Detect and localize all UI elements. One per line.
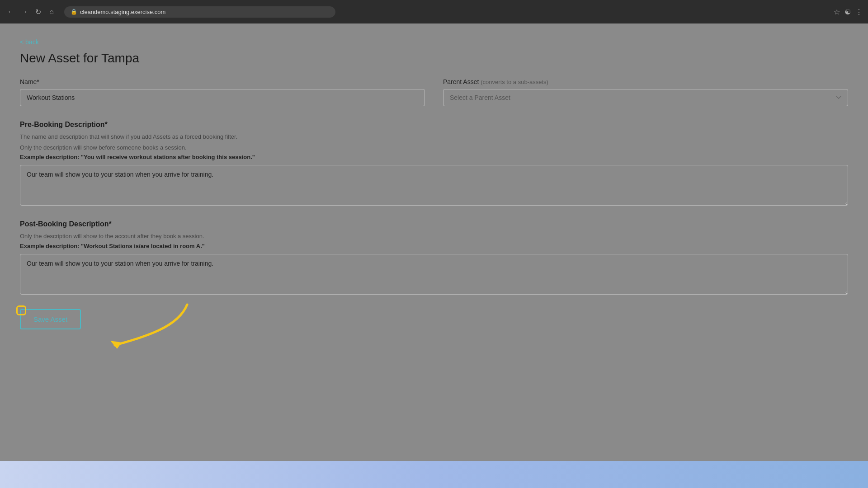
page-content: < back New Asset for Tampa Name* Parent … xyxy=(0,23,868,461)
browser-chrome: ← → ↻ ⌂ 🔒 cleandemo.staging.exercise.com… xyxy=(0,0,868,23)
pre-booking-title: Pre-Booking Description* xyxy=(20,121,848,129)
back-nav-button[interactable]: ← xyxy=(5,6,16,17)
parent-asset-label-sub: (converts to a sub-assets) xyxy=(481,79,548,85)
arrow-annotation xyxy=(92,300,192,354)
nav-buttons: ← → ↻ ⌂ xyxy=(5,6,57,17)
address-bar[interactable]: 🔒 cleandemo.staging.exercise.com xyxy=(64,6,335,18)
post-booking-title: Post-Booking Description* xyxy=(20,220,848,228)
post-booking-textarea[interactable]: Our team will show you to your station w… xyxy=(20,254,848,295)
save-btn-wrapper: Save Asset xyxy=(20,309,81,329)
pre-booking-textarea[interactable]: Our team will show you to your station w… xyxy=(20,165,848,206)
post-booking-section: Post-Booking Description* Only the descr… xyxy=(20,220,848,296)
forward-nav-button[interactable]: → xyxy=(19,6,30,17)
parent-asset-select[interactable]: Select a Parent Asset xyxy=(443,89,848,106)
svg-marker-0 xyxy=(110,341,122,349)
lock-icon: 🔒 xyxy=(71,9,77,15)
browser-actions: ☆ ☯ ⋮ xyxy=(834,8,863,16)
name-parent-row: Name* Parent Asset (converts to a sub-as… xyxy=(20,78,848,106)
post-booking-desc: Only the description will show to the ac… xyxy=(20,232,848,241)
parent-asset-group: Parent Asset (converts to a sub-assets) … xyxy=(443,78,848,106)
back-link[interactable]: < back xyxy=(20,38,39,46)
star-icon[interactable]: ☆ xyxy=(834,8,840,16)
extensions-icon[interactable]: ☯ xyxy=(844,8,851,16)
parent-asset-label: Parent Asset (converts to a sub-assets) xyxy=(443,78,848,85)
page-title: New Asset for Tampa xyxy=(20,51,848,66)
pre-booking-desc2: Only the description will show before so… xyxy=(20,143,848,152)
pre-booking-section: Pre-Booking Description* The name and de… xyxy=(20,121,848,207)
pre-booking-example: Example description: "You will receive w… xyxy=(20,154,848,160)
url-text: cleandemo.staging.exercise.com xyxy=(80,9,165,15)
home-button[interactable]: ⌂ xyxy=(46,6,57,17)
name-label: Name* xyxy=(20,78,425,85)
save-btn-area: Save Asset xyxy=(20,309,848,338)
bottom-bar xyxy=(0,461,868,488)
menu-icon[interactable]: ⋮ xyxy=(855,8,863,16)
reload-button[interactable]: ↻ xyxy=(33,6,43,17)
pre-booking-desc1: The name and description that will show … xyxy=(20,132,848,141)
save-asset-button[interactable]: Save Asset xyxy=(20,309,81,329)
name-group: Name* xyxy=(20,78,425,106)
name-input[interactable] xyxy=(20,89,425,106)
post-booking-example: Example description: "Workout Stations i… xyxy=(20,243,848,249)
